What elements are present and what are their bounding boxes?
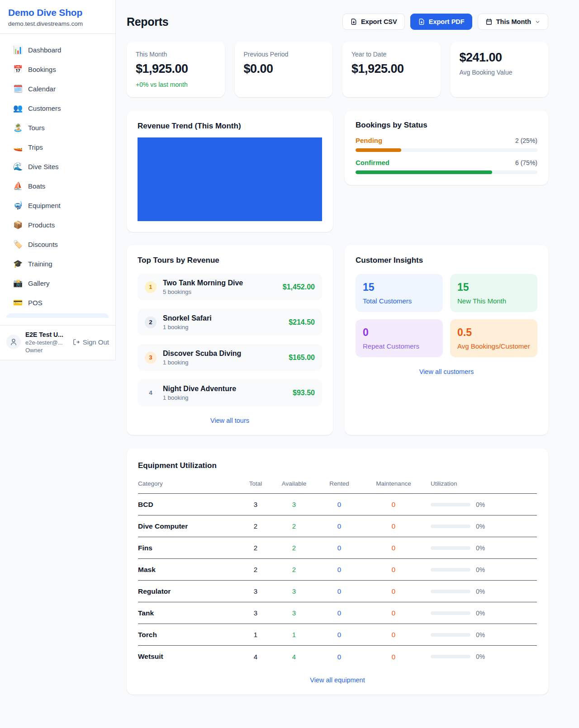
column-header-utilization: Utilization — [425, 480, 537, 487]
equipment-maintenance: 0 — [362, 501, 425, 508]
tour-list-item: 1 Two Tank Morning Dive 5 bookings $1,45… — [138, 274, 322, 300]
user-name: E2E Test U... — [25, 331, 68, 338]
equipment-maintenance: 0 — [362, 522, 425, 530]
equipment-total: 2 — [240, 566, 271, 573]
calendar-icon — [485, 18, 493, 25]
sidebar-item-discounts[interactable]: 🏷️ Discounts — [5, 235, 110, 254]
export-csv-label: Export CSV — [361, 18, 397, 25]
stat-value: $1,925.00 — [136, 62, 216, 76]
export-csv-button[interactable]: Export CSV — [342, 14, 405, 30]
stat-label: Year to Date — [351, 51, 432, 58]
period-label: This Month — [496, 18, 531, 25]
export-pdf-label: Export PDF — [429, 18, 465, 25]
equipment-total: 3 — [240, 501, 271, 508]
sidebar-item-label: Dive Sites — [28, 163, 59, 170]
insight-label: Repeat Customers — [363, 342, 436, 350]
insight-tile-avg-bookings: 0.5 Avg Bookings/Customer — [450, 319, 537, 357]
package-icon: 📦 — [13, 220, 22, 230]
sidebar-item-tours[interactable]: 🏝️ Tours — [5, 118, 110, 137]
equipment-rented: 0 — [317, 631, 362, 638]
equipment-rented: 0 — [317, 609, 362, 617]
stat-card-year-to-date: Year to Date $1,925.00 — [342, 42, 441, 97]
sidebar-item-label: Equipment — [28, 202, 61, 209]
sidebar-item-dive-sites[interactable]: 🌊 Dive Sites — [5, 157, 110, 176]
sidebar-item-pos[interactable]: 💳 POS — [5, 293, 110, 312]
equipment-category: Wetsuit — [138, 652, 240, 661]
user-role: Owner — [25, 347, 68, 354]
stat-delta: +0% vs last month — [136, 81, 216, 88]
stats-row: This Month $1,925.00 +0% vs last month P… — [127, 42, 548, 97]
sidebar-item-training[interactable]: 🎓 Training — [5, 254, 110, 274]
equipment-available: 3 — [271, 609, 317, 617]
dashboard-icon: 📊 — [13, 45, 22, 55]
utilization-bar-track — [431, 525, 470, 528]
equipment-total: 2 — [240, 544, 271, 552]
export-pdf-button[interactable]: Export PDF — [410, 14, 472, 30]
column-header-total: Total — [240, 480, 271, 487]
stat-label: This Month — [136, 51, 216, 58]
user-email: e2e-tester@... — [25, 339, 68, 346]
sidebar-item-gallery[interactable]: 📸 Gallery — [5, 274, 110, 293]
tour-revenue: $165.00 — [289, 354, 315, 362]
tour-bookings: 1 booking — [163, 324, 282, 331]
speedboat-icon: 🚤 — [13, 142, 22, 152]
tour-revenue: $1,452.00 — [283, 283, 315, 291]
sidebar-item-reports-active-partial[interactable] — [6, 313, 109, 318]
sidebar-item-label: Discounts — [28, 241, 58, 248]
sidebar-item-trips[interactable]: 🚤 Trips — [5, 137, 110, 157]
equipment-utilization-title: Equipment Utilization — [138, 461, 537, 470]
sidebar-item-bookings[interactable]: 📅 Bookings — [5, 60, 110, 79]
view-all-equipment-link[interactable]: View all equipment — [310, 676, 365, 684]
utilization-percent: 0% — [476, 501, 485, 508]
tour-list-item: 4 Night Dive Adventure 1 booking $93.50 — [138, 379, 322, 406]
equipment-rented: 0 — [317, 587, 362, 595]
sidebar-item-dashboard[interactable]: 📊 Dashboard — [5, 40, 110, 60]
revenue-bar-chart — [138, 137, 322, 221]
sidebar-item-customers[interactable]: 👥 Customers — [5, 99, 110, 118]
column-header-maintenance: Maintenance — [362, 480, 425, 487]
equipment-available: 1 — [271, 631, 317, 638]
insight-tile-repeat-customers: 0 Repeat Customers — [356, 319, 443, 357]
equipment-maintenance: 0 — [362, 609, 425, 617]
sidebar-item-label: Products — [28, 221, 55, 229]
view-all-customers-link[interactable]: View all customers — [419, 368, 474, 375]
top-tours-title: Top Tours by Revenue — [138, 256, 322, 265]
stat-card-this-month: This Month $1,925.00 +0% vs last month — [127, 42, 225, 97]
rank-badge: 1 — [145, 281, 157, 293]
bookings-by-status-title: Bookings by Status — [356, 121, 537, 130]
status-bar-fill — [356, 148, 401, 152]
sidebar-item-products[interactable]: 📦 Products — [5, 215, 110, 235]
table-row: Regulator 3 3 0 0 0% — [138, 581, 537, 602]
top-tours-card: Top Tours by Revenue 1 Two Tank Morning … — [127, 245, 333, 435]
diving-mask-icon: 🤿 — [13, 201, 22, 210]
period-dropdown[interactable]: This Month — [478, 14, 548, 30]
insight-label: Avg Bookings/Customer — [457, 342, 530, 350]
insight-value: 15 — [363, 281, 436, 293]
equipment-maintenance: 0 — [362, 566, 425, 573]
revenue-trend-card: Revenue Trend (This Month) — [127, 111, 333, 232]
sidebar-item-boats[interactable]: ⛵ Boats — [5, 176, 110, 196]
equipment-total: 3 — [240, 609, 271, 617]
status-bar-track — [356, 170, 537, 174]
utilization-bar-track — [431, 633, 470, 637]
chevron-down-icon — [535, 19, 541, 25]
tour-name: Snorkel Safari — [163, 314, 282, 322]
insight-label: New This Month — [457, 297, 530, 305]
table-row: Fins 2 2 0 0 0% — [138, 537, 537, 559]
sidebar-item-calendar[interactable]: 🗓️ Calendar — [5, 79, 110, 99]
stat-card-previous-period: Previous Period $0.00 — [235, 42, 333, 97]
sign-out-button[interactable]: Sign Out — [72, 338, 109, 346]
table-row: Mask 2 2 0 0 0% — [138, 559, 537, 581]
user-avatar — [6, 335, 21, 349]
sidebar-item-equipment[interactable]: 🤿 Equipment — [5, 196, 110, 215]
equipment-category: Regulator — [138, 587, 240, 596]
shop-name: Demo Dive Shop — [8, 7, 108, 18]
equipment-rented: 0 — [317, 544, 362, 552]
equipment-category: Dive Computer — [138, 522, 240, 530]
file-download-icon — [418, 18, 425, 25]
column-header-rented: Rented — [317, 480, 362, 487]
tour-bookings: 5 bookings — [163, 288, 276, 295]
view-all-tours-link[interactable]: View all tours — [210, 417, 249, 424]
table-row: Dive Computer 2 2 0 0 0% — [138, 515, 537, 537]
status-label: Pending — [356, 137, 382, 144]
